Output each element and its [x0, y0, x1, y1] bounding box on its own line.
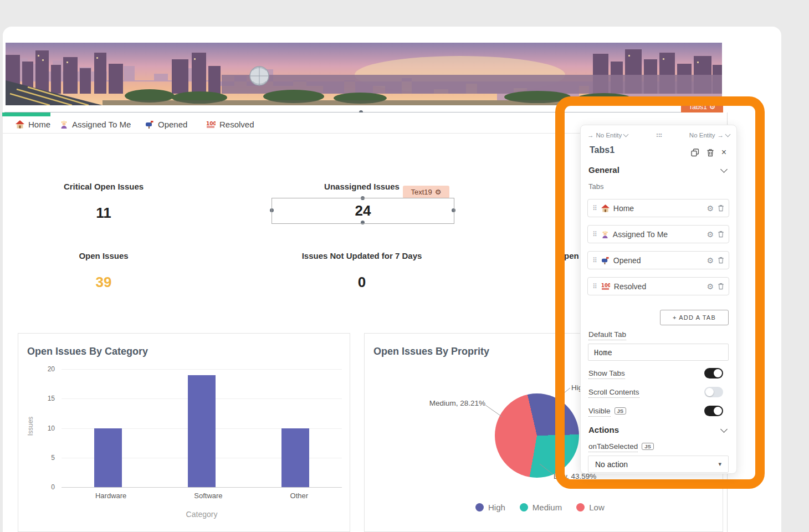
tab-opened[interactable]: Opened — [145, 117, 187, 131]
section-general[interactable]: General — [588, 165, 619, 175]
legend-dot-icon — [475, 503, 484, 511]
pie-leader-line-low — [539, 463, 554, 476]
section-actions[interactable]: Actions — [588, 425, 619, 434]
text19-selection-box[interactable]: 24 — [272, 198, 454, 224]
drag-handle-icon[interactable]: ⠿ — [592, 257, 597, 264]
gridline — [62, 487, 342, 488]
tab-settings-gear-icon[interactable]: ⚙ — [706, 204, 714, 213]
tab-settings-gear-icon[interactable]: ⚙ — [706, 230, 714, 239]
js-toggle-chip[interactable]: JS — [642, 443, 654, 450]
on-tab-selected-action-select[interactable]: No action ▾ — [588, 456, 729, 473]
chevron-down-icon[interactable] — [720, 166, 728, 173]
scroll-contents-label: Scroll Contents — [588, 388, 639, 396]
tab-row-opened[interactable]: ⠿ Opened ⚙ — [587, 251, 729, 269]
arrow-right-icon: → — [587, 132, 594, 139]
legend-item-low: Low — [576, 503, 605, 512]
tab-row-label: Assigned To Me — [613, 230, 703, 239]
pie-chart-legend: HighMediumLow — [475, 503, 605, 512]
tab-row-label: Opened — [613, 256, 703, 265]
tab-delete-icon[interactable] — [718, 283, 724, 290]
svg-text:100: 100 — [601, 283, 610, 288]
connection-header: → No Entity ⠿ No Entity → — [587, 130, 730, 141]
chevron-down-icon[interactable] — [720, 426, 728, 433]
drag-handle-icon[interactable]: ⠿ — [592, 204, 597, 212]
tab-home[interactable]: Home — [16, 117, 50, 131]
tab-delete-icon[interactable] — [718, 257, 724, 264]
property-pane: → No Entity ⠿ No Entity → Tabs1 × Genera… — [580, 125, 737, 474]
legend-label: Low — [589, 503, 605, 512]
city-skyline-art — [6, 43, 722, 105]
gear-icon[interactable]: ⚙ — [709, 103, 715, 111]
mailbox-emoji-icon — [601, 257, 610, 264]
stat-value: 24 — [272, 202, 454, 219]
stat-value: 11 — [34, 204, 173, 222]
person-emoji-icon — [60, 120, 68, 129]
text19-widget-badge[interactable]: Text19 ⚙ — [403, 186, 449, 198]
tab-row-label: Home — [613, 204, 703, 213]
tab-settings-gear-icon[interactable]: ⚙ — [706, 256, 714, 265]
x-category-label: Hardware — [95, 492, 126, 500]
drag-handle-icon[interactable]: ⠿ — [592, 231, 597, 238]
tabs1-widget-badge[interactable]: Tabs1 ⚙ — [681, 101, 723, 112]
tab-resolved[interactable]: 100 Resolved — [206, 117, 254, 131]
tabs-field-label: Tabs — [588, 182, 603, 191]
gear-icon[interactable]: ⚙ — [435, 188, 442, 196]
delete-widget-icon[interactable] — [706, 149, 714, 157]
tab-row-assigned-to-me[interactable]: ⠿ Assigned To Me ⚙ — [587, 225, 729, 243]
tab-row-resolved[interactable]: ⠿ 100 Resolved ⚙ — [587, 277, 729, 295]
caret-down-icon: ▾ — [718, 461, 721, 468]
stat-critical-open-issues: Critical Open Issues 11 — [34, 182, 173, 222]
mailbox-emoji-icon — [145, 120, 154, 129]
chevron-down-icon — [725, 132, 731, 137]
bar-chart-widget[interactable]: Open Issues By Category Issues 05101520 … — [18, 333, 350, 532]
legend-dot-icon — [520, 503, 528, 511]
x-category-label: Software — [194, 492, 222, 500]
house-emoji-icon — [601, 204, 610, 212]
tab-assigned-to-me[interactable]: Assigned To Me — [60, 117, 131, 131]
bar-chart-x-axis-label: Category — [62, 510, 342, 519]
chevron-down-icon — [623, 132, 629, 137]
drag-handle-icon[interactable]: ⠿ — [592, 283, 597, 290]
stat-label: Issues Not Updated for 7 Days — [272, 251, 452, 260]
x-category-label: Other — [290, 492, 309, 500]
tab-row-home[interactable]: ⠿ Home ⚙ — [587, 199, 729, 217]
app-screenshot: Home Assigned To Me Opened 100 Resolved … — [0, 0, 809, 532]
hundred-points-emoji-icon: 100 — [601, 283, 610, 290]
stat-label: Critical Open Issues — [34, 182, 173, 191]
outgoing-entity-dropdown[interactable]: No Entity → — [689, 132, 730, 139]
stat-open-issues: Open Issues 39 — [34, 251, 173, 291]
tab-delete-icon[interactable] — [718, 231, 724, 238]
connections-grid-icon[interactable]: ⠿ — [654, 132, 663, 139]
tab-delete-icon[interactable] — [718, 204, 724, 212]
legend-item-medium: Medium — [520, 503, 562, 512]
default-tab-label: Default Tab — [588, 330, 626, 339]
widget-name[interactable]: Tabs1 — [590, 145, 615, 155]
y-tick-label: 10 — [26, 424, 55, 432]
show-tabs-label: Show Tabs — [588, 369, 625, 377]
show-tabs-toggle[interactable] — [704, 368, 723, 378]
default-tab-input[interactable]: Home — [588, 344, 729, 361]
tab-home-label: Home — [28, 120, 50, 129]
tab-settings-gear-icon[interactable]: ⚙ — [706, 282, 714, 291]
stat-label: Open Issues — [34, 251, 173, 260]
tab-opened-label: Opened — [158, 120, 187, 129]
tab-assigned-to-me-label: Assigned To Me — [72, 120, 131, 129]
bar-chart-x-categories: HardwareSoftwareOther — [62, 492, 342, 500]
legend-label: Medium — [532, 503, 562, 512]
y-tick-label: 20 — [26, 365, 55, 373]
add-a-tab-button[interactable]: + ADD A TAB — [660, 310, 729, 325]
close-pane-icon[interactable]: × — [721, 147, 726, 157]
copy-widget-icon[interactable] — [691, 149, 699, 157]
scroll-contents-toggle[interactable] — [704, 387, 723, 397]
bar-hardware — [94, 428, 122, 488]
pie-label-medium: Medium, 28.21% — [429, 399, 485, 407]
tab-resolved-label: Resolved — [219, 120, 254, 129]
stat-issues-not-updated: Issues Not Updated for 7 Days 0 — [272, 251, 452, 291]
incoming-entity-dropdown[interactable]: → No Entity — [587, 132, 628, 139]
pie-leader-line-high — [557, 387, 571, 399]
pie-leader-line-medium — [484, 403, 503, 418]
visible-toggle[interactable] — [704, 406, 723, 416]
js-toggle-chip[interactable]: JS — [615, 407, 627, 415]
y-tick-label: 5 — [26, 454, 55, 462]
y-tick-label: 0 — [26, 483, 55, 491]
